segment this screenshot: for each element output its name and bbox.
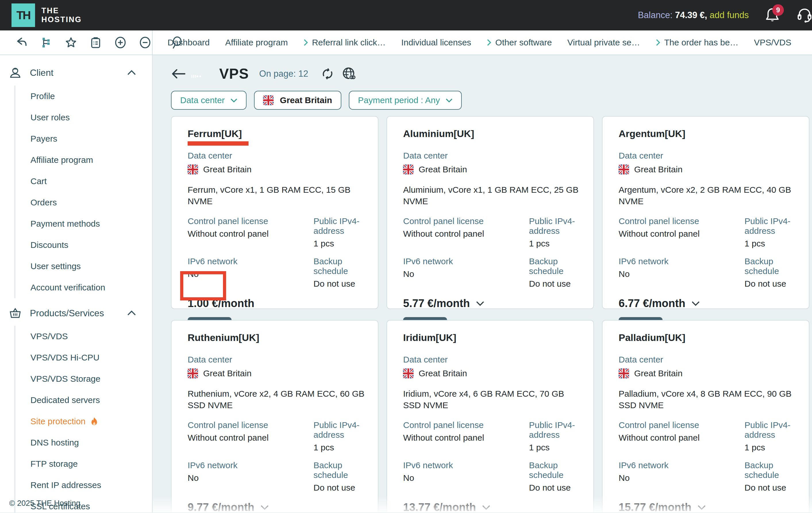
- plan-description: Argentum, vCore x2, 2 GB RAM ECC, 40 GB …: [619, 184, 796, 207]
- price-chevron-down-icon[interactable]: [482, 505, 490, 510]
- headset-icon: [796, 7, 812, 24]
- brand-mark: TH: [11, 3, 35, 27]
- plan-price: 15.77 €/month: [619, 501, 691, 512]
- plan-price: 13.77 €/month: [403, 501, 476, 512]
- tab-affiliate-program[interactable]: Affiliate program: [225, 38, 288, 48]
- page-title: VPS: [219, 65, 249, 82]
- price-chevron-down-icon[interactable]: [698, 505, 706, 510]
- brand-logo[interactable]: TH THE HOSTING: [11, 3, 82, 27]
- balance-label: Balance:: [638, 10, 673, 20]
- tab-virtual-private-servers[interactable]: Virtual private se…: [568, 38, 640, 48]
- back-button[interactable]: [9, 37, 34, 48]
- brand-line2: HOSTING: [41, 15, 82, 24]
- favorites-star-icon[interactable]: [59, 36, 83, 49]
- plan-card-argentum: Argentum[UK] Data center Great Britain A…: [602, 116, 809, 309]
- ipv6-value: No: [619, 269, 745, 279]
- add-funds-link[interactable]: add funds: [710, 10, 749, 20]
- backup-value: Do not use: [529, 279, 581, 289]
- tasks-clipboard-icon[interactable]: [83, 36, 108, 49]
- control-panel-label: Control panel license: [619, 216, 745, 226]
- data-center-label: Data center: [403, 355, 581, 364]
- filter-country-great-britain[interactable]: Great Britain: [254, 91, 341, 110]
- tab-individual-licenses[interactable]: Individual licenses: [401, 38, 471, 48]
- price-chevron-down-icon[interactable]: [692, 301, 700, 306]
- quick-toolbar: [0, 30, 152, 55]
- sidebar-products-list: VPS/VDS VPS/VDS Hi-CPU VPS/VDS Storage D…: [14, 326, 152, 513]
- sidebar-item-vps-vds-hi-cpu[interactable]: VPS/VDS Hi-CPU: [30, 347, 152, 368]
- notifications-button[interactable]: 9: [765, 7, 780, 23]
- ipv4-value: 1 pcs: [529, 239, 581, 248]
- price-chevron-down-icon[interactable]: [261, 505, 269, 510]
- backup-value: Do not use: [745, 483, 796, 492]
- tab-vps-vds[interactable]: VPS/VDS: [754, 38, 791, 48]
- filter-data-center[interactable]: Data center: [171, 91, 246, 110]
- sidebar-item-site-protection[interactable]: Site protection: [30, 411, 152, 432]
- client-person-icon: [9, 67, 22, 79]
- sidebar-item-dedicated-servers[interactable]: Dedicated servers: [30, 390, 152, 411]
- sidebar-item-ftp-storage[interactable]: FTP storage: [30, 453, 152, 475]
- refresh-button[interactable]: [320, 67, 335, 81]
- uk-flag-icon: [263, 95, 273, 105]
- sidebar-item-vps-vds-storage[interactable]: VPS/VDS Storage: [30, 368, 152, 390]
- sidebar-item-rent-ip-addresses[interactable]: Rent IP addresses: [30, 475, 152, 496]
- tab-referral-link-click[interactable]: Referral link click…: [303, 38, 386, 48]
- plan-description: Iridium, vCore x4, 6 GB RAM ECC, 70 GB S…: [403, 388, 581, 411]
- sidebar-item-vps-vds[interactable]: VPS/VDS: [30, 326, 152, 347]
- sidebar-item-dns-hosting[interactable]: DNS hosting: [30, 432, 152, 453]
- sidebar-item-discounts[interactable]: Discounts: [30, 234, 152, 255]
- ipv4-label: Public IPv4-address: [745, 420, 796, 440]
- tab-dashboard[interactable]: Dashboard: [168, 38, 210, 48]
- public-link-button[interactable]: [342, 66, 356, 81]
- data-center-label: Data center: [187, 355, 365, 364]
- backup-label: Backup schedule: [745, 256, 796, 276]
- sidebar-item-user-settings[interactable]: User settings: [30, 255, 152, 277]
- control-panel-value: Without control panel: [187, 229, 314, 239]
- ipv6-value: No: [403, 269, 529, 279]
- data-center-label: Data center: [403, 151, 581, 160]
- globe-link-icon: [342, 66, 356, 81]
- plan-name: Ferrum[UK]: [187, 128, 365, 139]
- tree-view-icon[interactable]: [34, 36, 59, 49]
- sidebar-item-affiliate-program[interactable]: Affiliate program: [30, 149, 152, 171]
- ipv6-value: No: [403, 473, 529, 483]
- plans-grid: Ferrum[UK] Data center Great Britain Fer…: [171, 116, 810, 309]
- uk-flag-icon: [619, 368, 629, 378]
- balance-value: 74.39 €,: [675, 10, 707, 20]
- control-panel-value: Without control panel: [619, 229, 745, 239]
- plan-name: Aluminium[UK]: [403, 128, 581, 139]
- chevron-up-icon: [127, 70, 136, 75]
- plan-card-iridium: Iridium[UK] Data center Great Britain Ir…: [386, 320, 594, 512]
- price-chevron-down-icon[interactable]: [476, 301, 484, 306]
- main-content: VPS On page: 12: [152, 55, 812, 512]
- sidebar-item-profile[interactable]: Profile: [30, 86, 152, 107]
- data-center-value: Great Britain: [418, 164, 467, 174]
- chevron-up-icon: [127, 310, 136, 316]
- control-panel-label: Control panel license: [187, 420, 314, 430]
- tab-other-software[interactable]: Other software: [487, 38, 552, 48]
- ipv4-label: Public IPv4-address: [529, 216, 581, 236]
- sidebar-item-orders[interactable]: Orders: [30, 192, 152, 213]
- sidebar-item-payment-methods[interactable]: Payment methods: [30, 213, 152, 234]
- control-panel-label: Control panel license: [619, 420, 745, 430]
- ipv6-label: IPv6 network: [619, 256, 745, 266]
- secondary-bar: Dashboard Affiliate program Referral lin…: [0, 30, 812, 55]
- chevron-down-icon: [446, 98, 453, 102]
- support-button[interactable]: [796, 7, 812, 24]
- sidebar-item-payers[interactable]: Payers: [30, 128, 152, 149]
- filter-payment-period[interactable]: Payment period : Any: [349, 91, 462, 110]
- plan-name: Iridium[UK]: [403, 332, 581, 343]
- sidebar-section-client[interactable]: Client: [0, 60, 152, 84]
- chevron-down-icon: [230, 98, 237, 102]
- sidebar-item-cart[interactable]: Cart: [30, 171, 152, 192]
- filter-bar: Data center Great Britain Payment period…: [171, 91, 810, 110]
- sidebar-item-user-roles[interactable]: User roles: [30, 107, 152, 128]
- sidebar-section-products-services[interactable]: Products/Services: [0, 301, 152, 324]
- page-back-button[interactable]: [171, 69, 186, 79]
- basket-icon: [9, 307, 22, 319]
- plan-price: 5.77 €/month: [403, 297, 470, 310]
- plan-card-aluminium: Aluminium[UK] Data center Great Britain …: [386, 116, 594, 309]
- ipv6-label: IPv6 network: [187, 256, 314, 266]
- tab-the-order-has-been[interactable]: The order has be…: [656, 38, 738, 48]
- zoom-in-icon[interactable]: [108, 36, 133, 50]
- sidebar-item-account-verification[interactable]: Account verification: [30, 277, 152, 298]
